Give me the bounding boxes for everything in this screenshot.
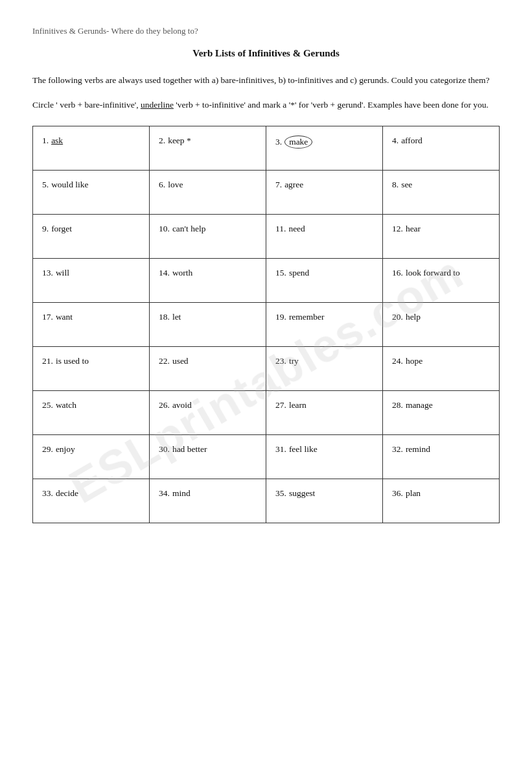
table-cell: 28.manage xyxy=(383,391,500,435)
table-cell: 7.agree xyxy=(266,171,383,215)
cell-word: make xyxy=(284,137,312,147)
table-cell: 1.ask xyxy=(33,126,150,171)
table-cell: 21.is used to xyxy=(33,347,150,391)
instruction-text: Circle ' verb + bare-infinitive', underl… xyxy=(32,98,500,112)
cell-word: decide xyxy=(56,488,78,498)
table-cell: 17.want xyxy=(33,303,150,347)
cell-number: 14. xyxy=(159,268,170,278)
table-cell: 26.avoid xyxy=(150,391,266,435)
cell-word: try xyxy=(289,356,299,366)
table-cell: 10.can't help xyxy=(150,215,266,259)
table-cell: 8.see xyxy=(383,171,500,215)
table-cell: 31.feel like xyxy=(266,435,383,479)
page-subtitle: Infinitives & Gerunds- Where do they bel… xyxy=(32,26,500,36)
cell-word: is used to xyxy=(56,356,89,366)
table-cell: 34.mind xyxy=(150,479,266,523)
cell-word: would like xyxy=(51,180,88,189)
table-cell: 12.hear xyxy=(383,215,500,259)
cell-word: forget xyxy=(51,224,72,233)
cell-word: afford xyxy=(401,136,422,145)
table-cell: 3.make xyxy=(266,126,383,171)
cell-number: 4. xyxy=(392,136,399,145)
cell-word: love xyxy=(168,180,183,189)
cell-word: need xyxy=(288,224,305,233)
cell-number: 2. xyxy=(159,136,165,145)
table-cell: 5.would like xyxy=(33,171,150,215)
cell-number: 8. xyxy=(392,180,399,189)
cell-number: 32. xyxy=(392,444,403,454)
table-cell: 36.plan xyxy=(383,479,500,523)
cell-number: 1. xyxy=(42,136,49,145)
page-title: Verb Lists of Infinitives & Gerunds xyxy=(32,48,500,59)
cell-word: help xyxy=(406,312,421,322)
cell-number: 16. xyxy=(392,268,403,278)
verb-table: 1.ask2.keep *3.make4.afford5.would like6… xyxy=(32,126,500,523)
cell-word: look forward to xyxy=(406,268,460,278)
cell-word: let xyxy=(172,312,181,322)
cell-number: 25. xyxy=(42,400,53,410)
table-cell: 27.learn xyxy=(266,391,383,435)
table-cell: 30.had better xyxy=(150,435,266,479)
cell-word: want xyxy=(56,312,73,322)
cell-number: 12. xyxy=(392,224,403,233)
table-cell: 32.remind xyxy=(383,435,500,479)
cell-number: 23. xyxy=(275,356,286,366)
table-cell: 18.let xyxy=(150,303,266,347)
intro-text: The following verbs are always used toge… xyxy=(32,73,500,88)
table-cell: 25.watch xyxy=(33,391,150,435)
cell-word: ask xyxy=(51,136,63,145)
cell-number: 17. xyxy=(42,312,53,322)
table-cell: 16.look forward to xyxy=(383,259,500,303)
table-cell: 6.love xyxy=(150,171,266,215)
cell-word: manage xyxy=(406,400,433,410)
cell-number: 34. xyxy=(159,488,170,498)
table-cell: 9.forget xyxy=(33,215,150,259)
cell-number: 35. xyxy=(275,488,286,498)
cell-number: 13. xyxy=(42,268,53,278)
cell-number: 33. xyxy=(42,488,53,498)
cell-word: can't help xyxy=(172,224,206,233)
cell-word: keep * xyxy=(168,136,191,145)
cell-word: agree xyxy=(284,180,303,189)
table-cell: 14.worth xyxy=(150,259,266,303)
cell-number: 31. xyxy=(275,444,286,454)
cell-word: spend xyxy=(289,268,310,278)
cell-number: 24. xyxy=(392,356,403,366)
cell-word: watch xyxy=(56,400,76,410)
table-cell: 35.suggest xyxy=(266,479,383,523)
cell-number: 6. xyxy=(159,180,165,189)
cell-number: 18. xyxy=(159,312,170,322)
cell-word: see xyxy=(401,180,412,189)
cell-word: had better xyxy=(172,444,207,454)
cell-number: 10. xyxy=(159,224,170,233)
table-cell: 22.used xyxy=(150,347,266,391)
cell-word: will xyxy=(56,268,69,278)
cell-number: 22. xyxy=(159,356,170,366)
cell-number: 27. xyxy=(275,400,286,410)
cell-number: 15. xyxy=(275,268,286,278)
cell-number: 28. xyxy=(392,400,403,410)
cell-number: 3. xyxy=(275,137,282,147)
table-cell: 20.help xyxy=(383,303,500,347)
circled-word: make xyxy=(284,136,312,148)
cell-word: suggest xyxy=(289,488,316,498)
cell-number: 7. xyxy=(275,180,282,189)
cell-word: enjoy xyxy=(56,444,75,454)
cell-number: 11. xyxy=(275,224,286,233)
cell-number: 21. xyxy=(42,356,53,366)
cell-number: 9. xyxy=(42,224,49,233)
table-cell: 11.need xyxy=(266,215,383,259)
cell-number: 36. xyxy=(392,488,403,498)
cell-word: remember xyxy=(289,312,325,322)
instruction-part2: 'verb + to-infinitive' and mark a '*' fo… xyxy=(174,100,489,110)
instruction-underline: underline xyxy=(141,100,174,110)
cell-word: mind xyxy=(172,488,191,498)
cell-number: 20. xyxy=(392,312,403,322)
cell-word: hear xyxy=(406,224,421,233)
cell-word: used xyxy=(172,356,189,366)
cell-word: plan xyxy=(406,488,421,498)
table-cell: 15.spend xyxy=(266,259,383,303)
cell-number: 5. xyxy=(42,180,49,189)
cell-word: remind xyxy=(406,444,430,454)
cell-number: 26. xyxy=(159,400,170,410)
